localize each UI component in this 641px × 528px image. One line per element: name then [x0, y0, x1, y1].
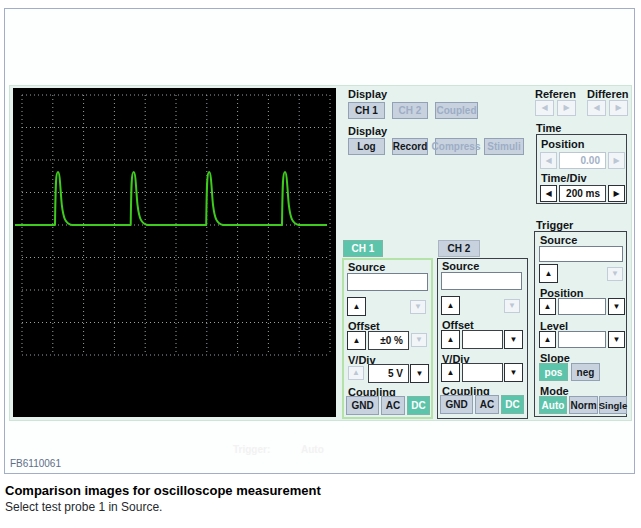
- ch1-source-down-button[interactable]: ▼: [410, 300, 426, 314]
- caption-title: Comparison images for oscilloscope measu…: [5, 483, 321, 498]
- down-arrow-icon: ▼: [414, 303, 422, 311]
- left-arrow-icon: ◀: [545, 157, 551, 165]
- left-arrow-icon: ◀: [545, 190, 551, 198]
- ch2-source-input[interactable]: [441, 272, 522, 290]
- ch1-source-label: Source: [348, 262, 385, 273]
- display-ch1-button[interactable]: CH 1: [348, 102, 385, 119]
- ch2-coupling-ac-button[interactable]: AC: [475, 395, 499, 414]
- ch1-offset-up-button[interactable]: ▲: [347, 331, 366, 350]
- up-arrow-icon: ▲: [544, 303, 552, 311]
- ch2-offset-up-button[interactable]: ▲: [441, 330, 460, 349]
- ch2-offset-value: [462, 330, 503, 349]
- ch1-coupling-dc-button[interactable]: DC: [407, 396, 430, 415]
- trigger-level-input[interactable]: [558, 331, 606, 348]
- display-channels-title: Display: [348, 89, 387, 100]
- scope-trigger-status-label: Trigger:: [233, 444, 270, 455]
- time-div-increment-button[interactable]: ▶: [608, 185, 625, 202]
- trigger-group-title: Trigger: [536, 220, 573, 231]
- trigger-position-up-button[interactable]: ▲: [539, 298, 556, 315]
- ch1-panel: Source ▲ ▼ Offset ▲ ±0 % ▼ V/Div ▲ 5 V ▼…: [342, 258, 433, 419]
- scope-svg: [13, 88, 336, 417]
- figure-id-label: FB6110061: [10, 458, 61, 469]
- display-compress-button[interactable]: Compress: [435, 138, 477, 155]
- difference-prev-button[interactable]: ◀: [587, 100, 606, 116]
- down-arrow-icon: ▼: [613, 303, 621, 311]
- ch1-vdiv-value: 5 V: [368, 364, 409, 383]
- display-log-button[interactable]: Log: [348, 138, 385, 155]
- trigger-mode-single-button[interactable]: Single: [599, 396, 627, 414]
- trigger-mode-auto-button[interactable]: Auto: [539, 396, 567, 414]
- trigger-position-input[interactable]: [558, 298, 606, 315]
- ch2-panel: Source ▲ ▼ Offset ▲ ▼ V/Div ▲ ▼ Coupling…: [437, 258, 528, 419]
- ch2-source-down-button[interactable]: ▼: [504, 299, 520, 313]
- up-arrow-icon: ▲: [544, 336, 552, 344]
- down-arrow-icon: ▼: [416, 370, 424, 378]
- difference-title: Differen: [587, 89, 629, 100]
- down-arrow-icon: ▼: [508, 302, 516, 310]
- right-arrow-icon: ▶: [615, 104, 621, 112]
- left-arrow-icon: ◀: [541, 104, 547, 112]
- scope-trigger-status-value: Auto: [301, 444, 324, 455]
- difference-next-button[interactable]: ▶: [609, 100, 628, 116]
- trigger-source-down-button[interactable]: ▼: [607, 267, 623, 281]
- down-arrow-icon: ▼: [611, 270, 619, 278]
- reference-prev-button[interactable]: ◀: [535, 100, 554, 116]
- ch2-vdiv-down-button[interactable]: ▼: [504, 363, 523, 382]
- time-group-title: Time: [536, 123, 561, 134]
- trigger-source-up-button[interactable]: ▲: [539, 264, 558, 283]
- display-modes-title: Display: [348, 126, 387, 137]
- reference-next-button[interactable]: ▶: [557, 100, 576, 116]
- trigger-level-up-button[interactable]: ▲: [539, 331, 556, 348]
- ch2-coupling-gnd-button[interactable]: GND: [440, 395, 473, 414]
- up-arrow-icon: ▲: [353, 337, 361, 345]
- left-arrow-icon: ◀: [593, 104, 599, 112]
- reference-title: Referen: [535, 89, 576, 100]
- up-arrow-icon: ▲: [447, 369, 455, 377]
- trigger-source-label: Source: [540, 235, 577, 246]
- down-arrow-icon: ▼: [415, 336, 423, 344]
- display-record-button[interactable]: Record: [392, 138, 428, 155]
- figure-frame: Trigger: Auto Display CH 1 CH 2 Coupled …: [4, 8, 635, 474]
- display-stimuli-button[interactable]: Stimuli: [484, 138, 524, 155]
- up-arrow-icon: ▲: [353, 303, 361, 311]
- right-arrow-icon: ▶: [613, 157, 619, 165]
- ch1-vdiv-down-button[interactable]: ▼: [410, 364, 429, 383]
- up-arrow-icon: ▲: [352, 369, 360, 377]
- ch2-source-label: Source: [442, 261, 479, 272]
- trigger-slope-pos-button[interactable]: pos: [539, 363, 568, 381]
- ch2-vdiv-value: [462, 363, 503, 382]
- time-position-label: Position: [541, 139, 584, 150]
- up-arrow-icon: ▲: [447, 302, 455, 310]
- display-ch2-button[interactable]: CH 2: [392, 102, 428, 119]
- ch2-vdiv-up-button[interactable]: ▲: [441, 363, 460, 382]
- display-coupled-button[interactable]: Coupled: [435, 102, 478, 119]
- time-position-decrement-button[interactable]: ◀: [540, 152, 557, 169]
- trigger-mode-norm-button[interactable]: Norm: [569, 396, 598, 414]
- up-arrow-icon: ▲: [545, 270, 553, 278]
- trigger-position-down-button[interactable]: ▼: [608, 298, 625, 315]
- ch2-coupling-dc-button[interactable]: DC: [501, 395, 524, 414]
- time-div-label: Time/Div: [541, 173, 587, 184]
- time-div-value: 200 ms: [559, 185, 606, 202]
- ch2-offset-down-button[interactable]: ▼: [504, 330, 523, 349]
- tab-ch2[interactable]: CH 2: [438, 240, 480, 257]
- ch1-source-up-button[interactable]: ▲: [347, 297, 366, 316]
- ch1-vdiv-up-button[interactable]: ▲: [348, 366, 364, 380]
- right-arrow-icon: ▶: [613, 190, 619, 198]
- ch1-coupling-gnd-button[interactable]: GND: [346, 396, 379, 415]
- ch1-source-input[interactable]: [347, 273, 428, 291]
- down-arrow-icon: ▼: [613, 336, 621, 344]
- ch1-offset-down-button[interactable]: ▼: [411, 333, 427, 347]
- tab-ch1[interactable]: CH 1: [343, 240, 383, 257]
- trigger-level-down-button[interactable]: ▼: [608, 331, 625, 348]
- trigger-source-input[interactable]: [539, 246, 623, 262]
- time-div-decrement-button[interactable]: ◀: [540, 185, 557, 202]
- down-arrow-icon: ▼: [510, 369, 518, 377]
- down-arrow-icon: ▼: [510, 336, 518, 344]
- scope-display: Trigger: Auto: [13, 88, 336, 417]
- time-position-value: 0.00: [559, 152, 606, 169]
- time-position-increment-button[interactable]: ▶: [608, 152, 625, 169]
- ch1-coupling-ac-button[interactable]: AC: [381, 396, 405, 415]
- ch2-source-up-button[interactable]: ▲: [441, 296, 460, 315]
- trigger-slope-neg-button[interactable]: neg: [571, 363, 600, 381]
